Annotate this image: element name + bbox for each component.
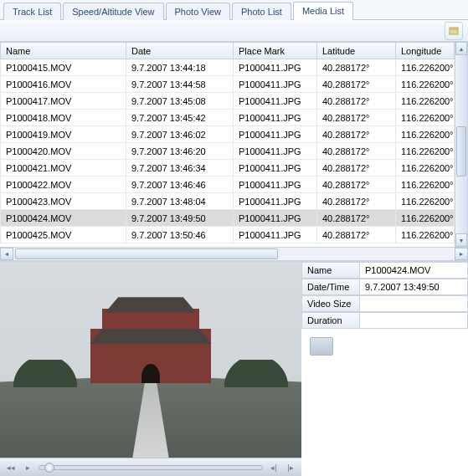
- cell-lon: 116.226200°: [396, 193, 455, 210]
- cell-lat: 40.288172°: [317, 160, 396, 177]
- table-row[interactable]: P1000419.MOV9.7.2007 13:46:02P1000411.JP…: [1, 126, 455, 143]
- cell-lon: 116.226200°: [396, 210, 455, 227]
- cell-lon: 116.226200°: [396, 160, 455, 177]
- cell-place: P1000411.JPG: [234, 177, 317, 193]
- cell-name: P1000418.MOV: [1, 110, 126, 126]
- detail-label-date: Date/Time: [301, 279, 360, 295]
- cell-lat: 40.288172°: [317, 227, 396, 243]
- scroll-up-button[interactable]: ▴: [455, 42, 467, 55]
- toolbar: [0, 20, 468, 42]
- cell-name: P1000421.MOV: [1, 160, 126, 177]
- cell-lon: 116.226200°: [396, 59, 455, 76]
- play-icon[interactable]: ▸: [22, 462, 33, 473]
- column-header-place-mark[interactable]: Place Mark: [234, 43, 317, 59]
- cell-place: P1000411.JPG: [234, 93, 317, 110]
- scroll-down-button[interactable]: ▾: [455, 233, 467, 247]
- cell-name: P1000420.MOV: [1, 143, 126, 160]
- cell-lat: 40.288172°: [317, 110, 396, 126]
- hscroll-thumb[interactable]: [15, 248, 278, 259]
- cell-place: P1000411.JPG: [234, 59, 317, 76]
- cell-date: 9.7.2007 13:46:20: [126, 143, 234, 160]
- cell-lat: 40.288172°: [317, 177, 396, 193]
- cell-place: P1000411.JPG: [234, 76, 317, 93]
- detail-label-duration: Duration: [301, 312, 360, 329]
- cell-lon: 116.226200°: [396, 227, 455, 243]
- cell-lat: 40.288172°: [317, 143, 396, 160]
- cell-name: P1000423.MOV: [1, 193, 126, 210]
- cell-place: P1000411.JPG: [234, 126, 317, 143]
- video-frame: [0, 262, 301, 458]
- cell-date: 9.7.2007 13:46:46: [126, 177, 234, 193]
- scroll-track[interactable]: [455, 55, 467, 233]
- tab-photo-view[interactable]: Photo View: [166, 3, 230, 20]
- table-row[interactable]: P1000415.MOV9.7.2007 13:44:18P1000411.JP…: [1, 59, 455, 76]
- column-header-date[interactable]: Date: [126, 43, 234, 59]
- cell-lat: 40.288172°: [317, 193, 396, 210]
- table-row[interactable]: P1000417.MOV9.7.2007 13:45:08P1000411.JP…: [1, 93, 455, 110]
- table-row[interactable]: P1000418.MOV9.7.2007 13:45:42P1000411.JP…: [1, 110, 455, 126]
- media-player-controls: ◂◂ ▸ ◂| |▸: [0, 458, 301, 476]
- toolbar-action-icon: [448, 25, 460, 37]
- cell-name: P1000425.MOV: [1, 227, 126, 243]
- detail-value-date: 9.7.2007 13:49:50: [360, 279, 468, 295]
- cell-lat: 40.288172°: [317, 210, 396, 227]
- tab-photo-list[interactable]: Photo List: [232, 3, 291, 20]
- cell-date: 9.7.2007 13:46:34: [126, 160, 234, 177]
- cell-lat: 40.288172°: [317, 126, 396, 143]
- video-preview-panel: ◂◂ ▸ ◂| |▸: [0, 262, 301, 476]
- details-panel: Name P1000424.MOV Date/Time 9.7.2007 13:…: [301, 262, 468, 476]
- column-header-name[interactable]: Name: [1, 43, 126, 59]
- seek-knob[interactable]: [44, 463, 54, 473]
- seek-track[interactable]: [39, 465, 263, 470]
- cell-date: 9.7.2007 13:44:18: [126, 59, 234, 76]
- table-row[interactable]: P1000416.MOV9.7.2007 13:44:58P1000411.JP…: [1, 76, 455, 93]
- cell-lon: 116.226200°: [396, 126, 455, 143]
- table-row[interactable]: P1000420.MOV9.7.2007 13:46:20P1000411.JP…: [1, 143, 455, 160]
- detail-value-size: [360, 295, 468, 312]
- cell-lon: 116.226200°: [396, 177, 455, 193]
- table-row[interactable]: P1000425.MOV9.7.2007 13:50:46P1000411.JP…: [1, 227, 455, 243]
- column-header-longitude[interactable]: Longitude: [396, 43, 455, 59]
- detail-value-duration: [360, 312, 468, 329]
- svg-rect-0: [450, 28, 458, 34]
- vertical-scrollbar[interactable]: ▴ ▾: [455, 42, 468, 247]
- cell-date: 9.7.2007 13:49:50: [126, 210, 234, 227]
- toolbar-action-button[interactable]: [445, 22, 463, 40]
- cell-date: 9.7.2007 13:44:58: [126, 76, 234, 93]
- cell-date: 9.7.2007 13:50:46: [126, 227, 234, 243]
- cell-place: P1000411.JPG: [234, 210, 317, 227]
- cell-name: P1000415.MOV: [1, 59, 126, 76]
- step-back-icon[interactable]: ◂|: [268, 462, 280, 473]
- thumbnail-icon[interactable]: [310, 337, 333, 356]
- tab-track-list[interactable]: Track List: [3, 3, 61, 20]
- cell-place: P1000411.JPG: [234, 160, 317, 177]
- cell-lon: 116.226200°: [396, 143, 455, 160]
- detail-value-name: P1000424.MOV: [360, 262, 468, 279]
- hscroll-track[interactable]: [13, 248, 455, 260]
- detail-label-name: Name: [301, 262, 360, 279]
- cell-name: P1000416.MOV: [1, 76, 126, 93]
- cell-lon: 116.226200°: [396, 76, 455, 93]
- scroll-left-button[interactable]: ◂: [0, 248, 13, 260]
- tab-bar: Track ListSpeed/Altitude ViewPhoto ViewP…: [0, 0, 468, 20]
- cell-date: 9.7.2007 13:46:02: [126, 126, 234, 143]
- skip-back-icon[interactable]: ◂◂: [5, 462, 17, 473]
- cell-lat: 40.288172°: [317, 93, 396, 110]
- table-row[interactable]: P1000422.MOV9.7.2007 13:46:46P1000411.JP…: [1, 177, 455, 193]
- horizontal-scrollbar[interactable]: ◂ ▸: [0, 247, 468, 261]
- cell-name: P1000419.MOV: [1, 126, 126, 143]
- table-row[interactable]: P1000423.MOV9.7.2007 13:48:04P1000411.JP…: [1, 193, 455, 210]
- scroll-right-button[interactable]: ▸: [455, 248, 468, 260]
- table-row[interactable]: P1000421.MOV9.7.2007 13:46:34P1000411.JP…: [1, 160, 455, 177]
- cell-place: P1000411.JPG: [234, 227, 317, 243]
- tab-speed-altitude-view[interactable]: Speed/Altitude View: [63, 3, 163, 20]
- cell-name: P1000422.MOV: [1, 177, 126, 193]
- tab-media-list[interactable]: Media List: [293, 2, 353, 20]
- column-header-latitude[interactable]: Latitude: [317, 43, 396, 59]
- media-table: NameDatePlace MarkLatitudeLongitude P100…: [0, 42, 455, 243]
- cell-date: 9.7.2007 13:48:04: [126, 193, 234, 210]
- thumbnail-area: [301, 329, 468, 364]
- table-row[interactable]: P1000424.MOV9.7.2007 13:49:50P1000411.JP…: [1, 210, 455, 227]
- step-forward-icon[interactable]: |▸: [285, 462, 296, 473]
- scroll-thumb[interactable]: [456, 126, 466, 177]
